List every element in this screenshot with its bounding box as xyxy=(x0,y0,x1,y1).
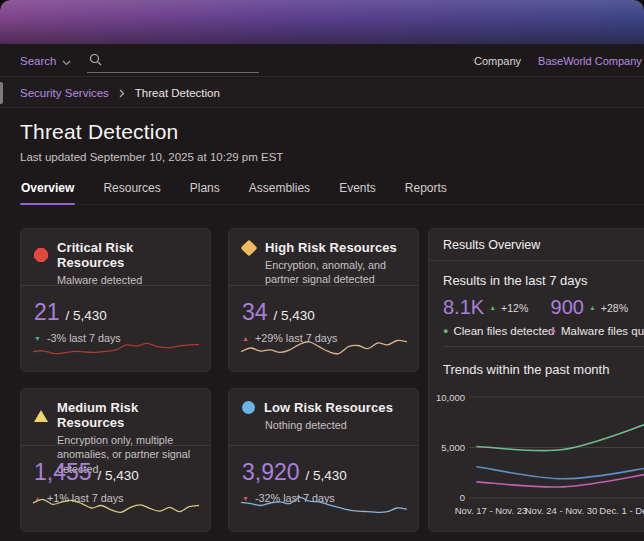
utility-bar: Search Company BaseWorld Company Come xyxy=(0,44,644,77)
search-scope-label: Search xyxy=(20,55,56,67)
stat-value: 21 xyxy=(34,299,60,326)
risk-cards-grid: Critical Risk Resources Malware detected… xyxy=(20,228,419,532)
legend-label: Malware files quarantined xyxy=(561,325,644,337)
tab-plans[interactable]: Plans xyxy=(189,177,221,204)
trend-arrow-icon: ▲ xyxy=(589,304,596,311)
panel-title: Results Overview xyxy=(443,238,540,252)
sparkline-chart xyxy=(33,488,199,522)
y-tick: 5,000 xyxy=(441,442,465,453)
card-subtitle: Nothing detected xyxy=(265,418,405,432)
x-tick: Nov. 24 - Nov. 30 xyxy=(525,505,598,516)
stat-total: / 5,430 xyxy=(274,308,315,323)
tab-resources[interactable]: Resources xyxy=(102,177,161,204)
sparkline-chart xyxy=(33,328,199,362)
x-tick: Nov. 17 - Nov. 23 xyxy=(455,505,528,516)
stat-total: / 5,430 xyxy=(66,308,107,323)
breadcrumb-parent-link[interactable]: Security Services xyxy=(20,87,109,99)
app-window: Search Company BaseWorld Company Come xyxy=(0,0,644,541)
stat-value: 34 xyxy=(242,299,268,326)
company-selector-value: BaseWorld Company xyxy=(538,55,642,67)
tab-assemblies[interactable]: Assemblies xyxy=(248,177,311,204)
card-title: High Risk Resources xyxy=(265,240,397,255)
card-title: Low Risk Resources xyxy=(264,400,393,415)
legend-dot-icon: ● xyxy=(443,327,448,336)
results-period-title: Results in the last 7 days xyxy=(443,273,588,288)
trends-title: Trends within the past month xyxy=(443,362,609,377)
search-scope-dropdown[interactable]: Search xyxy=(20,44,259,77)
chevron-right-icon xyxy=(119,84,125,102)
company-selector[interactable]: BaseWorld Company xyxy=(538,55,644,67)
y-tick: 10,000 xyxy=(436,392,465,403)
tab-reports[interactable]: Reports xyxy=(404,177,448,204)
chevron-down-icon xyxy=(62,52,71,70)
stat-value: 900 xyxy=(551,296,584,319)
stat-total: / 5,430 xyxy=(98,468,139,483)
page-head: Threat Detection Last updated September … xyxy=(20,120,283,163)
stat-total: / 5,430 xyxy=(306,468,347,483)
legend-dot-icon: ● xyxy=(551,327,556,336)
delta-text: +12% xyxy=(501,302,528,314)
page-title: Threat Detection xyxy=(20,120,283,144)
last-updated-text: Last updated September 10, 2025 at 10:29… xyxy=(20,151,283,163)
x-axis-labels: Nov. 17 - Nov. 23 Nov. 24 - Nov. 30 Dec.… xyxy=(429,505,644,519)
y-tick: 0 xyxy=(460,492,465,503)
search-input[interactable] xyxy=(106,50,246,70)
malware-files-stat: 900 ▲ +28% ● Malware files quarantined xyxy=(551,296,644,337)
header-gradient-band xyxy=(0,0,644,44)
critical-risk-card: Critical Risk Resources Malware detected… xyxy=(20,228,211,372)
stat-value: 3,920 xyxy=(242,459,300,486)
delta-text: +28% xyxy=(601,302,628,314)
card-title: Critical Risk Resources xyxy=(57,240,197,270)
x-tick: Dec. 1 - Dec. 7 xyxy=(599,505,644,516)
legend-label: Clean files detected xyxy=(453,325,554,337)
circle-icon xyxy=(242,401,255,414)
breadcrumb: Security Services Threat Detection xyxy=(0,78,644,108)
left-edge-handle[interactable] xyxy=(0,82,3,104)
low-risk-card: Low Risk Resources Nothing detected 3,92… xyxy=(228,388,419,532)
trends-line-chart xyxy=(469,389,644,509)
company-label: Company xyxy=(474,55,521,67)
utility-right-group: Company BaseWorld Company Come xyxy=(474,44,644,77)
clean-files-stat: 8.1K ▲ +12% ● Clean files detected xyxy=(443,296,551,337)
card-subtitle: Encryption, anomaly, and partner signal … xyxy=(265,258,405,287)
results-overview-panel: Results Overview Results in the last 7 d… xyxy=(428,228,644,532)
diamond-icon xyxy=(241,239,258,256)
sparkline-chart xyxy=(241,488,407,522)
stat-value: 1,455 xyxy=(34,459,92,486)
octagon-icon xyxy=(34,248,48,262)
divider xyxy=(443,346,644,347)
search-field[interactable] xyxy=(87,49,259,73)
results-stats-row: 8.1K ▲ +12% ● Clean files detected 900 ▲… xyxy=(443,296,644,337)
tab-events[interactable]: Events xyxy=(338,177,377,204)
stat-value: 8.1K xyxy=(443,296,484,319)
triangle-icon xyxy=(34,410,48,422)
high-risk-card: High Risk Resources Encryption, anomaly,… xyxy=(228,228,419,372)
medium-risk-card: Medium Risk Resources Encryption only, m… xyxy=(20,388,211,532)
breadcrumb-current: Threat Detection xyxy=(135,87,220,99)
tab-overview[interactable]: Overview xyxy=(20,177,75,204)
card-title: Medium Risk Resources xyxy=(57,400,197,430)
search-icon xyxy=(89,53,102,66)
sparkline-chart xyxy=(241,328,407,362)
trend-arrow-icon: ▲ xyxy=(489,304,496,311)
tab-bar: Overview Resources Plans Assemblies Even… xyxy=(20,177,644,205)
